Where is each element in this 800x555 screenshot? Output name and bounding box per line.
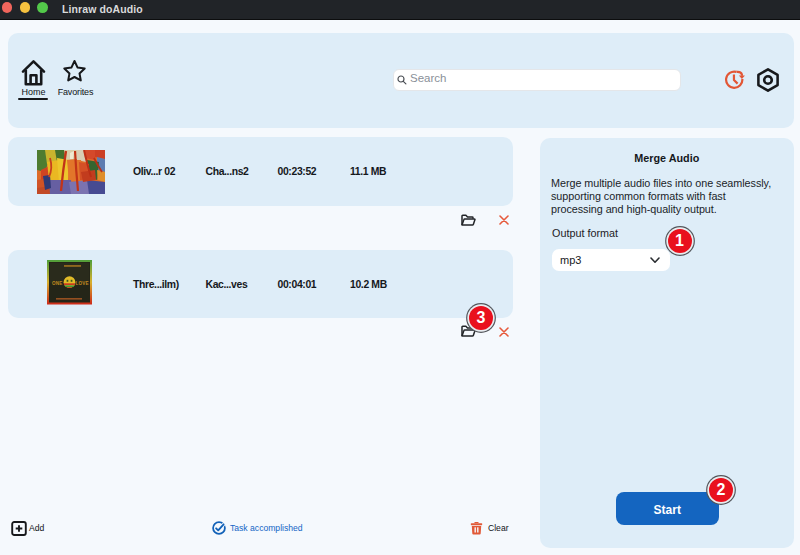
- svg-text:ONE: ONE: [52, 281, 63, 286]
- svg-text:LOVE: LOVE: [76, 281, 89, 286]
